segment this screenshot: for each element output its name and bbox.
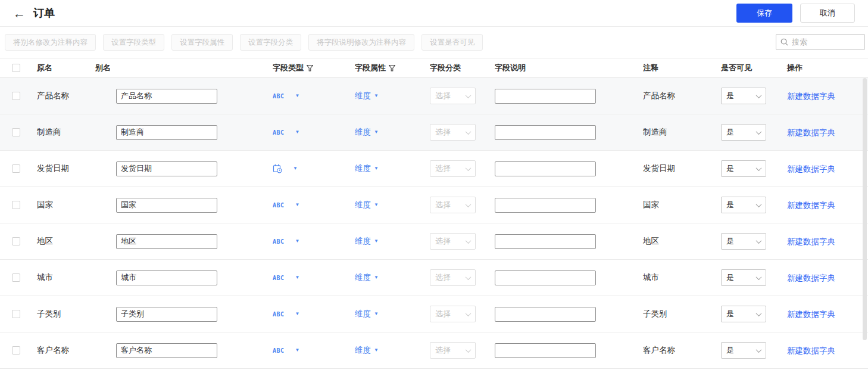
field-category-select[interactable]: 选择 — [430, 342, 476, 359]
field-description-input[interactable] — [495, 270, 596, 285]
set-field-category-button[interactable]: 设置字段分类 — [240, 34, 301, 51]
field-type-abc-icon[interactable]: ABC — [273, 347, 285, 354]
alias-input[interactable] — [116, 161, 217, 176]
alias-input[interactable] — [116, 198, 217, 213]
set-visibility-button[interactable]: 设置是否可见 — [421, 34, 483, 51]
new-data-dictionary-link[interactable]: 新建数据字典 — [787, 92, 835, 101]
visible-select[interactable]: 是 — [721, 233, 766, 250]
select-all-checkbox[interactable] — [12, 64, 20, 72]
visible-select[interactable]: 是 — [721, 306, 766, 322]
header-action: 操作 — [787, 63, 868, 73]
field-attr-filter-icon[interactable] — [389, 65, 395, 71]
comment-value: 发货日期 — [643, 163, 720, 174]
visible-select[interactable]: 是 — [721, 269, 766, 286]
field-category-select[interactable]: 选择 — [430, 160, 476, 177]
field-type-filter-icon[interactable] — [307, 65, 313, 71]
field-attr-value[interactable]: 维度 — [355, 236, 371, 247]
set-field-type-button[interactable]: 设置字段类型 — [103, 34, 164, 51]
chevron-down-icon — [466, 238, 472, 244]
field-attr-dropdown-caret[interactable]: ▼ — [374, 203, 379, 207]
set-description-to-comment-button[interactable]: 将字段说明修改为注释内容 — [308, 34, 414, 51]
field-type-dropdown-caret[interactable]: ▼ — [295, 312, 300, 316]
field-description-input[interactable] — [495, 343, 596, 358]
field-description-input[interactable] — [495, 125, 596, 140]
field-category-placeholder: 选择 — [435, 345, 451, 356]
field-type-dropdown-caret[interactable]: ▼ — [295, 130, 300, 135]
field-attr-value[interactable]: 维度 — [355, 309, 371, 319]
field-category-select[interactable]: 选择 — [430, 197, 476, 213]
field-category-select[interactable]: 选择 — [430, 269, 476, 286]
field-type-dropdown-caret[interactable]: ▼ — [295, 94, 300, 98]
visible-select[interactable]: 是 — [721, 124, 766, 141]
field-type-abc-icon[interactable]: ABC — [273, 202, 285, 209]
field-attr-value[interactable]: 维度 — [355, 345, 371, 356]
field-attr-dropdown-caret[interactable]: ▼ — [374, 239, 379, 244]
vertical-scrollbar[interactable] — [863, 78, 867, 340]
alias-input[interactable] — [116, 89, 217, 104]
new-data-dictionary-link[interactable]: 新建数据字典 — [787, 346, 835, 355]
field-attr-value[interactable]: 维度 — [355, 91, 371, 101]
field-category-select[interactable]: 选择 — [430, 233, 476, 250]
row-checkbox[interactable] — [12, 128, 20, 136]
field-type-abc-icon[interactable]: ABC — [273, 311, 285, 318]
visible-select[interactable]: 是 — [721, 197, 766, 213]
field-attr-dropdown-caret[interactable]: ▼ — [374, 275, 379, 280]
field-attr-dropdown-caret[interactable]: ▼ — [374, 166, 379, 171]
field-category-select[interactable]: 选择 — [430, 124, 476, 141]
visible-select[interactable]: 是 — [721, 342, 766, 359]
field-type-dropdown-caret[interactable]: ▼ — [295, 239, 300, 244]
alias-input[interactable] — [116, 343, 217, 358]
save-button[interactable]: 保存 — [736, 4, 792, 23]
field-attr-dropdown-caret[interactable]: ▼ — [374, 312, 379, 316]
field-attr-dropdown-caret[interactable]: ▼ — [374, 94, 379, 98]
alias-input[interactable] — [116, 270, 217, 285]
comment-value: 客户名称 — [643, 345, 720, 356]
row-checkbox[interactable] — [12, 201, 20, 209]
field-type-abc-icon[interactable]: ABC — [273, 129, 285, 136]
search-box[interactable] — [776, 34, 865, 50]
row-checkbox[interactable] — [12, 164, 20, 173]
cancel-button[interactable]: 取消 — [800, 4, 855, 23]
new-data-dictionary-link[interactable]: 新建数据字典 — [787, 201, 835, 210]
field-type-dropdown-caret[interactable]: ▼ — [295, 275, 300, 280]
set-field-attr-button[interactable]: 设置字段属性 — [171, 34, 233, 51]
new-data-dictionary-link[interactable]: 新建数据字典 — [787, 128, 835, 137]
field-attr-dropdown-caret[interactable]: ▼ — [374, 130, 379, 135]
row-checkbox[interactable] — [12, 273, 20, 282]
field-description-input[interactable] — [495, 234, 596, 249]
new-data-dictionary-link[interactable]: 新建数据字典 — [787, 273, 835, 282]
visible-select[interactable]: 是 — [721, 160, 766, 177]
field-type-abc-icon[interactable]: ABC — [273, 238, 285, 245]
field-attr-value[interactable]: 维度 — [355, 200, 371, 210]
field-type-dropdown-caret[interactable]: ▼ — [295, 203, 300, 207]
row-checkbox[interactable] — [12, 346, 20, 355]
new-data-dictionary-link[interactable]: 新建数据字典 — [787, 164, 835, 173]
search-input[interactable] — [792, 38, 857, 46]
field-type-dropdown-caret[interactable]: ▼ — [295, 348, 300, 353]
row-checkbox[interactable] — [12, 310, 20, 318]
alias-input[interactable] — [116, 125, 217, 140]
new-data-dictionary-link[interactable]: 新建数据字典 — [787, 310, 835, 319]
field-description-input[interactable] — [495, 161, 596, 176]
row-checkbox[interactable] — [12, 92, 20, 100]
field-category-select[interactable]: 选择 — [430, 306, 476, 322]
field-attr-value[interactable]: 维度 — [355, 272, 371, 283]
field-type-abc-icon[interactable]: ABC — [273, 275, 285, 281]
field-type-abc-icon[interactable]: ABC — [273, 93, 285, 100]
field-attr-value[interactable]: 维度 — [355, 163, 371, 174]
alias-input[interactable] — [116, 234, 217, 249]
row-checkbox[interactable] — [12, 237, 20, 245]
field-type-dropdown-caret[interactable]: ▼ — [293, 166, 298, 171]
field-type-date-icon[interactable] — [273, 164, 282, 173]
new-data-dictionary-link[interactable]: 新建数据字典 — [787, 237, 835, 246]
visible-select[interactable]: 是 — [721, 88, 766, 104]
field-description-input[interactable] — [495, 307, 596, 322]
field-description-input[interactable] — [495, 89, 596, 104]
field-description-input[interactable] — [495, 198, 596, 213]
back-arrow-icon[interactable]: ← — [13, 7, 26, 20]
set-alias-to-comment-button[interactable]: 将别名修改为注释内容 — [5, 34, 96, 51]
field-attr-dropdown-caret[interactable]: ▼ — [374, 348, 379, 353]
field-attr-value[interactable]: 维度 — [355, 127, 371, 138]
alias-input[interactable] — [116, 307, 217, 322]
field-category-select[interactable]: 选择 — [430, 88, 476, 104]
